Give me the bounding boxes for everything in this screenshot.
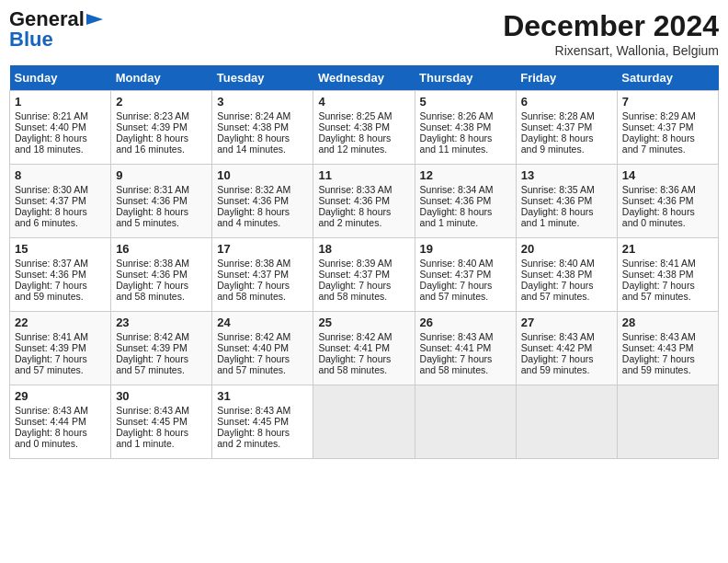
day-number: 19 [420, 242, 511, 256]
day-info-line: Sunset: 4:45 PM [217, 416, 308, 427]
day-info-line: Sunset: 4:40 PM [217, 342, 308, 353]
day-info-line: and 2 minutes. [318, 217, 409, 228]
day-number: 4 [318, 95, 409, 109]
day-info-line: Sunrise: 8:33 AM [318, 184, 409, 195]
calendar-cell: 3Sunrise: 8:24 AMSunset: 4:38 PMDaylight… [212, 91, 313, 165]
day-number: 13 [521, 168, 612, 182]
day-info-line: Sunrise: 8:35 AM [521, 184, 612, 195]
day-info-line: Daylight: 7 hours [217, 353, 308, 364]
day-number: 27 [521, 316, 612, 329]
day-info-line: Daylight: 7 hours [521, 280, 612, 291]
day-info-line: Daylight: 7 hours [521, 353, 612, 364]
day-info-line: Sunset: 4:40 PM [15, 121, 106, 132]
day-info-line: and 57 minutes. [116, 364, 207, 375]
day-info-line: and 58 minutes. [116, 291, 207, 302]
day-info-line: Sunset: 4:38 PM [217, 121, 308, 132]
day-info-line: and 1 minute. [420, 217, 511, 228]
week-row-5: 29Sunrise: 8:43 AMSunset: 4:44 PMDayligh… [10, 385, 719, 459]
day-info-line: Sunrise: 8:38 AM [217, 258, 308, 269]
day-info-line: Daylight: 7 hours [217, 280, 308, 291]
month-title: December 2024 [503, 9, 719, 43]
calendar-cell: 1Sunrise: 8:21 AMSunset: 4:40 PMDaylight… [10, 91, 111, 165]
day-info-line: Sunset: 4:37 PM [15, 195, 106, 206]
day-info-line: Sunset: 4:39 PM [116, 342, 207, 353]
day-info-line: Daylight: 8 hours [116, 132, 207, 144]
day-info-line: and 57 minutes. [15, 364, 106, 375]
day-info-line: and 11 minutes. [420, 144, 511, 155]
day-info-line: Daylight: 8 hours [622, 132, 713, 144]
day-info-line: Sunrise: 8:21 AM [15, 110, 106, 121]
calendar-table: SundayMondayTuesdayWednesdayThursdayFrid… [9, 65, 719, 459]
day-number: 25 [318, 316, 409, 329]
day-info-line: and 16 minutes. [116, 144, 207, 155]
day-info-line: Sunset: 4:38 PM [622, 269, 713, 280]
day-info-line: Daylight: 8 hours [116, 427, 207, 438]
day-info-line: Sunrise: 8:42 AM [116, 331, 207, 342]
calendar-cell: 17Sunrise: 8:38 AMSunset: 4:37 PMDayligh… [212, 238, 313, 312]
day-info-line: Sunrise: 8:42 AM [217, 331, 308, 342]
day-number: 12 [420, 168, 511, 182]
day-number: 14 [622, 168, 713, 182]
day-info-line: Daylight: 7 hours [116, 280, 207, 291]
day-number: 29 [15, 389, 106, 403]
day-info-line: Sunrise: 8:43 AM [15, 405, 106, 416]
col-header-tuesday: Tuesday [212, 65, 313, 91]
week-row-1: 1Sunrise: 8:21 AMSunset: 4:40 PMDaylight… [10, 91, 719, 165]
day-info-line: and 5 minutes. [116, 217, 207, 228]
day-info-line: Sunset: 4:38 PM [420, 121, 511, 132]
calendar-cell: 14Sunrise: 8:36 AMSunset: 4:36 PMDayligh… [617, 165, 718, 238]
header: General Blue December 2024 Rixensart, Wa… [9, 9, 719, 58]
col-header-thursday: Thursday [415, 65, 516, 91]
day-number: 10 [217, 168, 308, 182]
svg-marker-0 [86, 14, 103, 25]
day-number: 26 [420, 316, 511, 329]
day-info-line: Sunrise: 8:42 AM [318, 331, 409, 342]
day-info-line: Sunset: 4:37 PM [217, 269, 308, 280]
day-info-line: Daylight: 7 hours [15, 353, 106, 364]
day-info-line: Daylight: 8 hours [15, 132, 106, 144]
day-info-line: and 14 minutes. [217, 144, 308, 155]
day-info-line: Sunset: 4:36 PM [318, 195, 409, 206]
day-number: 3 [217, 95, 308, 109]
logo: General Blue [9, 9, 103, 50]
calendar-cell: 9Sunrise: 8:31 AMSunset: 4:36 PMDaylight… [111, 165, 212, 238]
day-number: 11 [318, 168, 409, 182]
day-number: 17 [217, 242, 308, 256]
day-info-line: and 12 minutes. [318, 144, 409, 155]
day-info-line: Sunrise: 8:28 AM [521, 110, 612, 121]
day-info-line: and 57 minutes. [420, 291, 511, 302]
day-number: 23 [116, 316, 207, 329]
day-info-line: Sunset: 4:36 PM [420, 195, 511, 206]
calendar-cell: 16Sunrise: 8:38 AMSunset: 4:36 PMDayligh… [111, 238, 212, 312]
day-info-line: Sunset: 4:42 PM [521, 342, 612, 353]
day-info-line: and 58 minutes. [217, 291, 308, 302]
day-info-line: Sunrise: 8:43 AM [217, 405, 308, 416]
calendar-cell: 20Sunrise: 8:40 AMSunset: 4:38 PMDayligh… [516, 238, 617, 312]
col-header-wednesday: Wednesday [313, 65, 415, 91]
day-info-line: Sunset: 4:38 PM [521, 269, 612, 280]
day-info-line: and 59 minutes. [622, 364, 713, 375]
calendar-cell: 23Sunrise: 8:42 AMSunset: 4:39 PMDayligh… [111, 312, 212, 385]
day-info-line: and 0 minutes. [15, 438, 106, 449]
day-info-line: Sunset: 4:36 PM [116, 269, 207, 280]
title-block: December 2024 Rixensart, Wallonia, Belgi… [503, 9, 719, 58]
calendar-cell: 4Sunrise: 8:25 AMSunset: 4:38 PMDaylight… [313, 91, 415, 165]
day-info-line: and 1 minute. [116, 438, 207, 449]
calendar-cell: 5Sunrise: 8:26 AMSunset: 4:38 PMDaylight… [415, 91, 516, 165]
calendar-cell: 22Sunrise: 8:41 AMSunset: 4:39 PMDayligh… [10, 312, 111, 385]
day-info-line: Sunrise: 8:43 AM [420, 331, 511, 342]
day-info-line: Sunrise: 8:41 AM [622, 258, 713, 269]
day-info-line: Sunset: 4:36 PM [15, 269, 106, 280]
day-info-line: Sunrise: 8:24 AM [217, 110, 308, 121]
day-info-line: Sunset: 4:36 PM [521, 195, 612, 206]
day-info-line: Daylight: 8 hours [217, 132, 308, 144]
logo-blue: Blue [9, 29, 53, 50]
day-number: 9 [116, 168, 207, 182]
day-info-line: Daylight: 8 hours [318, 206, 409, 217]
day-info-line: Sunrise: 8:31 AM [116, 184, 207, 195]
day-info-line: Daylight: 8 hours [420, 206, 511, 217]
day-info-line: and 57 minutes. [217, 364, 308, 375]
day-info-line: and 58 minutes. [318, 364, 409, 375]
day-number: 16 [116, 242, 207, 256]
calendar-cell: 7Sunrise: 8:29 AMSunset: 4:37 PMDaylight… [617, 91, 718, 165]
